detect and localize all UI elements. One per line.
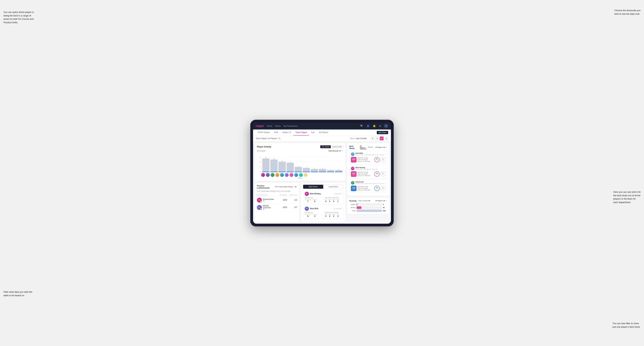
stats-row-blair: Total Rounds Tournament 7 Practice xyxy=(305,197,342,202)
player-avatar-2[interactable]: RB xyxy=(266,173,270,177)
avatar[interactable]: 👤 xyxy=(384,124,388,128)
tab-all-shots[interactable]: All Shots ▾ xyxy=(360,145,366,149)
practice-drill-select[interactable]: PUTT Must Make Putting ... xyxy=(274,186,297,188)
tab-pgat-players[interactable]: PGAT Players xyxy=(256,130,272,136)
shot-metric-yds-matt: 67 yds xyxy=(374,157,380,162)
player-avatar-6[interactable]: GB xyxy=(285,173,288,177)
player-avatar-5[interactable]: EE xyxy=(280,173,284,177)
main-content: Player Activity On Course Practice Drill… xyxy=(253,141,391,224)
player-avatar-9[interactable]: EC xyxy=(299,173,303,177)
trophy-icon: 🏆 xyxy=(263,200,264,202)
shot-player-info-david: David Ford 24 Aug 2023 · Royal North Dev… xyxy=(356,181,385,184)
total-rounds-select[interactable]: Total Rounds GIR Putts xyxy=(328,150,342,152)
scoring-player-filter[interactable]: All Players xyxy=(374,200,386,202)
annotation-bottom-left: Filter what data you wish thetable to be… xyxy=(4,290,32,297)
shot-details-david: 198 SG Shot Dist: 16 yds Start Lie: Roug… xyxy=(351,185,386,191)
shot-row-david-ford: DF David Ford 24 Aug 2023 · Royal North … xyxy=(349,179,387,193)
scoring-bar-container-pars xyxy=(357,209,382,212)
right-panel: Best Shots All Shots ▾ Players All Playe… xyxy=(347,143,389,222)
player-avatar-richard[interactable]: RB 1 xyxy=(257,198,262,202)
tournament-stat-rees: Tournament 8 xyxy=(305,214,311,217)
scoring-card-header: Scoring Par 3, 4 & 5s Par 3s Par 4s Par … xyxy=(349,200,387,202)
nav-link-performance[interactable]: My Performance xyxy=(284,125,298,127)
tab-all-players[interactable]: All Players xyxy=(317,130,330,136)
scoring-card: Scoring Par 3, 4 & 5s Par 3s Par 4s Par … xyxy=(347,198,389,214)
player-avatar-4[interactable]: JC xyxy=(275,173,279,177)
time-filter-select[interactable]: Last 3 months Last month Last 6 months L… xyxy=(356,138,369,140)
shot-player-row-david: DF David Ford 24 Aug 2023 · Royal North … xyxy=(351,181,386,184)
shot-metrics-david: 16 yds 0 yds xyxy=(374,186,386,191)
player-row-edward-crossman: EC 2 Edward Crossman 🥈 2 xyxy=(257,204,297,211)
plus-circle-icon[interactable]: ⊕ xyxy=(378,124,382,128)
nav-link-home[interactable]: Home xyxy=(267,125,272,127)
shot-player-row-matt: MM Matt Miller 09 Jun 2023 · Royal North… xyxy=(351,152,386,156)
active-player-blair: BM Blair McHarg 26 Aug 2023 Total Rounds xyxy=(303,190,343,204)
course-toggle-group: On Course Practice Drills xyxy=(320,145,343,148)
total-rounds-group-rees: Total Rounds Tournament 8 Practice xyxy=(305,212,322,217)
player-avatar-3[interactable]: DF xyxy=(270,173,274,177)
player-avatar-edward[interactable]: EC 2 xyxy=(257,205,262,210)
player-avatar-10[interactable]: LR xyxy=(304,173,308,177)
annotation-middle-right: Here you can see who's hitthe best shots… xyxy=(613,190,640,204)
edit-icon[interactable]: ✏️ xyxy=(278,137,281,140)
total-rounds-label: Total Rounds xyxy=(305,197,322,198)
shot-metric-zero-david: 0 yds xyxy=(380,186,386,191)
left-panel: Player Activity On Course Practice Drill… xyxy=(255,143,346,222)
player-activity-title: Player Activity xyxy=(257,146,271,148)
bar-b-mcharg: 13 xyxy=(262,157,270,172)
active-player-rees: RB Rees Britt 02 Sep 2023 Total Rounds T… xyxy=(303,205,343,219)
shot-metric-yds-david: 16 yds xyxy=(374,186,380,191)
shot-avatar-blair[interactable]: BM xyxy=(351,167,354,170)
settings-view-button[interactable]: ⚙ xyxy=(384,137,388,140)
best-shots-card: Best Shots All Shots ▾ Players All Playe… xyxy=(347,143,389,196)
practice-drills-toggle[interactable]: Practice Drills xyxy=(331,145,343,148)
active-avatar-blair[interactable]: BM xyxy=(305,192,309,196)
scoring-chart: Eagles 3 Birdies 96 xyxy=(349,203,387,212)
chart-view-button[interactable]: ♥ xyxy=(380,137,384,140)
on-course-toggle[interactable]: On Course xyxy=(320,145,331,148)
least-active-button[interactable]: Least Active xyxy=(323,185,343,189)
grid-view-button[interactable]: ⊞ xyxy=(371,137,374,140)
player-avatar-1[interactable]: BM xyxy=(261,173,265,177)
col-pb-score: PB SCORE xyxy=(277,194,287,196)
bar-m-miller: 3 xyxy=(319,168,326,172)
par-filter-select[interactable]: Par 3, 4 & 5s Par 3s Par 4s Par 5s xyxy=(358,200,371,202)
active-name-blair: Blair McHarg xyxy=(310,193,334,195)
shot-player-name-blair: Blair McHarg xyxy=(356,167,385,169)
shots-player-filter[interactable]: All Players xyxy=(374,146,386,148)
tab-players-shots[interactable]: Players xyxy=(368,145,373,149)
list-view-button[interactable]: ☰ xyxy=(375,137,379,140)
bell-icon[interactable]: 🔔 xyxy=(372,124,376,128)
player-activity-card: Player Activity On Course Practice Drill… xyxy=(255,143,346,181)
shot-metric-zero-matt: 0 yds xyxy=(380,157,386,162)
tab-pga[interactable]: PGA xyxy=(272,130,280,136)
nav-logo: clippd xyxy=(256,125,264,127)
player-avatar-8[interactable]: MM xyxy=(294,173,298,177)
shot-player-info-matt: Matt Miller 09 Jun 2023 · Royal North De… xyxy=(356,152,385,156)
tab-tour[interactable]: Tour xyxy=(309,130,317,136)
user-icon[interactable]: 👤 xyxy=(366,124,370,128)
tab-hcaps[interactable]: Hcaps 1-5 xyxy=(280,130,293,136)
search-icon[interactable]: 🔍 xyxy=(360,124,364,128)
annotation-top-right: Choose the timescale youwish to see the … xyxy=(614,9,640,15)
scoring-value-birdies: 96 xyxy=(383,207,387,208)
tablet-frame: clippd Home Teams My Performance 🔍 👤 🔔 ⊕… xyxy=(250,120,394,226)
most-active-button[interactable]: Most Active xyxy=(303,185,323,189)
shot-avatar-matt[interactable]: MM xyxy=(351,152,354,156)
practice-stat-rees: Practice 4 xyxy=(312,214,317,217)
add-team-button[interactable]: Add Team xyxy=(377,131,388,134)
nav-link-teams[interactable]: Teams xyxy=(275,125,281,127)
shot-row-blair-mcharg: BM Blair McHarg 23 Jul 2023 · Aldridge G… xyxy=(349,165,387,178)
chevron-right-icon-blair: › xyxy=(385,167,386,170)
col-player-name: PLAYER NAME xyxy=(257,194,277,196)
best-shots-title: Best Shots xyxy=(349,145,358,149)
tab-team-clippd[interactable]: Team Clippd xyxy=(293,130,309,136)
shot-avatar-david[interactable]: DF xyxy=(351,181,354,184)
arg-stat-rees: ARG 0 xyxy=(332,214,335,217)
bar-e-crossman: 2 xyxy=(327,169,334,172)
bottom-row: Practice Leaderboards PUTT Must Make Put… xyxy=(255,183,346,222)
player-avatar-7[interactable]: RB xyxy=(290,173,293,177)
active-avatar-rees[interactable]: RB xyxy=(305,206,309,211)
total-practice-label-rees: Total Practice Activities xyxy=(324,212,342,213)
shot-metrics-blair: 43 yds 0 yds xyxy=(374,172,386,177)
